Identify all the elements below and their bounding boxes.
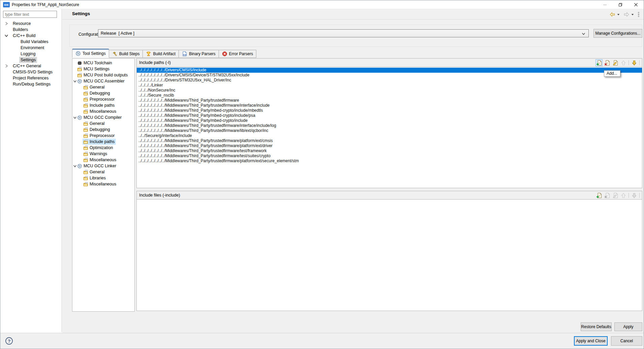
tool-tree-label: MCU Post build outputs xyxy=(84,72,128,78)
include-path-item[interactable]: ../../../../../../../../Middlewares/Thir… xyxy=(137,138,642,143)
add-path-button[interactable] xyxy=(595,59,603,66)
sidebar-item-cmsis-svd[interactable]: CMSIS-SVD Settings xyxy=(0,69,62,75)
cancel-button[interactable]: Cancel xyxy=(611,336,642,346)
include-path-item[interactable]: ../../../../../../../../Middlewares/Thir… xyxy=(137,148,642,153)
sidebar-item-environment[interactable]: Environment xyxy=(0,45,62,51)
include-path-text: ../../../../../../../../Drivers/STM32U5x… xyxy=(138,78,231,82)
delete-path-button[interactable] xyxy=(604,59,611,66)
move-file-down-button[interactable] xyxy=(631,192,638,199)
tool-tree-item-gcc-assembler[interactable]: MCU GCC Assembler xyxy=(72,78,134,84)
chevron-right-icon[interactable] xyxy=(4,64,8,68)
sidebar-item-run-debug[interactable]: Run/Debug Settings xyxy=(0,81,62,87)
tool-tree-label: Include paths xyxy=(90,139,115,145)
tool-tree-item-assembler-include-paths[interactable]: Include paths xyxy=(72,102,134,108)
sidebar-item-project-references[interactable]: Project References xyxy=(0,75,62,81)
move-path-up-button[interactable] xyxy=(620,59,627,66)
tab-binary-parsers[interactable]: Binary Parsers xyxy=(179,50,219,58)
sidebar-item-builders[interactable]: Builders xyxy=(0,27,62,33)
minimize-button[interactable] xyxy=(597,0,613,9)
tool-tree-item-mcu-post-build[interactable]: MCU Post build outputs xyxy=(72,72,134,78)
sidebar-item-label: Run/Debug Settings xyxy=(13,81,51,87)
include-path-item[interactable]: ../../../../../../../../Middlewares/Thir… xyxy=(137,98,642,103)
tab-error-parsers[interactable]: Error Parsers xyxy=(219,50,256,58)
sidebar-item-logging[interactable]: Logging xyxy=(0,51,62,57)
include-path-item[interactable]: ../../../../../../../../Drivers/CMSIS/In… xyxy=(137,68,642,73)
chevron-down-icon[interactable] xyxy=(73,116,77,119)
include-path-item[interactable]: ../../../../../../../../Middlewares/Thir… xyxy=(137,123,642,128)
include-path-item[interactable]: ../../../Secure_nsclib xyxy=(137,93,642,98)
restore-button[interactable] xyxy=(613,0,628,9)
tab-build-artifact[interactable]: Build Artifact xyxy=(143,50,179,58)
forward-history-dropdown[interactable] xyxy=(631,13,634,16)
tab-build-steps[interactable]: Build Steps xyxy=(109,50,143,58)
tool-tree-item-compiler-optimization[interactable]: Optimization xyxy=(72,145,134,151)
tool-tree-item-linker-general[interactable]: General xyxy=(72,169,134,175)
include-path-text: ../../../../../../../../Middlewares/Thir… xyxy=(138,118,248,123)
tool-tree-item-assembler-debugging[interactable]: Debugging xyxy=(72,90,134,96)
include-path-item[interactable]: ../../../NonSecure/Inc xyxy=(137,88,642,93)
settings-folder-icon xyxy=(83,139,88,144)
tool-tree-item-compiler-warnings[interactable]: Warnings xyxy=(72,151,134,157)
tool-tree-item-mcu-toolchain[interactable]: MCU Toolchain xyxy=(72,60,134,66)
include-path-item[interactable]: ../../../../../../../../Middlewares/Thir… xyxy=(137,143,642,148)
help-button[interactable] xyxy=(5,337,13,345)
tool-tree-item-linker-miscellaneous[interactable]: Miscellaneous xyxy=(72,181,134,187)
include-path-item[interactable]: ../../../../../../../../Middlewares/Thir… xyxy=(137,113,642,118)
include-path-item[interactable]: ../../../../Linker xyxy=(137,83,642,88)
include-path-item[interactable]: ../../../../../../../../Drivers/STM32U5x… xyxy=(137,78,642,83)
configuration-select[interactable]: Release [ Active ] xyxy=(98,29,589,37)
include-path-item[interactable]: ../../../../../../../../Middlewares/Thir… xyxy=(137,128,642,133)
settings-tabs: Tool Settings Build Steps Build Artifact… xyxy=(72,49,256,58)
manage-configurations-button[interactable]: Manage Configurations... xyxy=(593,29,642,38)
chevron-down-icon[interactable] xyxy=(4,34,8,38)
tab-tool-settings[interactable]: Tool Settings xyxy=(72,49,109,58)
settings-folder-icon xyxy=(83,145,88,150)
tool-tree-item-assembler-general[interactable]: General xyxy=(72,84,134,90)
tool-tree-item-compiler-debugging[interactable]: Debugging xyxy=(72,127,134,133)
delete-file-button[interactable] xyxy=(604,192,611,199)
tool-tree-item-assembler-miscellaneous[interactable]: Miscellaneous xyxy=(72,108,134,114)
include-path-item[interactable]: ../../../../../../../../Middlewares/Thir… xyxy=(137,118,642,123)
include-path-item[interactable]: ../../../../../../../../Middlewares/Thir… xyxy=(137,103,642,108)
move-path-down-button[interactable] xyxy=(631,59,638,66)
chevron-down-icon[interactable] xyxy=(73,164,77,168)
include-path-text: ../../../../../../../../Middlewares/Thir… xyxy=(138,113,255,118)
include-path-item[interactable]: ../../../../../../../../Middlewares/Thir… xyxy=(137,108,642,113)
back-button[interactable] xyxy=(609,11,615,18)
close-button[interactable] xyxy=(628,0,644,9)
edit-path-button[interactable] xyxy=(612,59,619,66)
restore-defaults-button[interactable]: Restore Defaults xyxy=(581,322,612,331)
include-path-item[interactable]: ../../../../../../../../Middlewares/Thir… xyxy=(137,159,642,164)
filter-input[interactable] xyxy=(3,11,57,18)
include-files-list[interactable] xyxy=(136,200,642,311)
apply-button[interactable]: Apply xyxy=(614,322,642,331)
back-history-dropdown[interactable] xyxy=(617,13,620,16)
tool-tree-item-mcu-settings[interactable]: MCU Settings xyxy=(72,66,134,72)
view-menu-button[interactable] xyxy=(638,12,640,17)
include-path-item[interactable]: ../../Secure/g/interface/include xyxy=(137,133,642,138)
sidebar-item-cpp-build[interactable]: C/C++ Build xyxy=(0,33,62,39)
edit-file-button[interactable] xyxy=(612,192,619,199)
include-paths-list[interactable]: ../../../../../../../../Drivers/CMSIS/In… xyxy=(136,67,642,188)
apply-and-close-button[interactable]: Apply and Close xyxy=(574,336,608,346)
sidebar-item-settings[interactable]: Settings xyxy=(0,57,62,63)
tool-tree-item-compiler-miscellaneous[interactable]: Miscellaneous xyxy=(72,157,134,163)
tool-tree-item-gcc-linker[interactable]: MCU GCC Linker xyxy=(72,163,134,169)
tool-tree-item-compiler-include-paths[interactable]: Include paths xyxy=(72,139,134,145)
tab-label: Build Artifact xyxy=(153,51,175,56)
forward-button[interactable] xyxy=(623,11,630,18)
chevron-down-icon[interactable] xyxy=(73,79,77,83)
move-file-up-button[interactable] xyxy=(620,192,627,199)
tool-tree-item-gcc-compiler[interactable]: MCU GCC Compiler xyxy=(72,114,134,120)
include-path-item[interactable]: ../../../../../../../../Drivers/CMSIS/De… xyxy=(137,73,642,78)
include-path-item[interactable]: ../../../../../../../../Middlewares/Thir… xyxy=(137,153,642,159)
tool-tree-item-compiler-general[interactable]: General xyxy=(72,120,134,127)
sidebar-item-cpp-general[interactable]: C/C++ General xyxy=(0,63,62,69)
add-file-button[interactable] xyxy=(595,192,603,199)
tool-tree-item-assembler-preprocessor[interactable]: Preprocessor xyxy=(72,96,134,102)
sidebar-item-build-variables[interactable]: Build Variables xyxy=(0,39,62,45)
tool-tree-item-linker-libraries[interactable]: Libraries xyxy=(72,175,134,181)
tool-tree-item-compiler-preprocessor[interactable]: Preprocessor xyxy=(72,133,134,139)
sidebar-item-resource[interactable]: Resource xyxy=(0,21,62,27)
chevron-right-icon[interactable] xyxy=(4,22,8,26)
